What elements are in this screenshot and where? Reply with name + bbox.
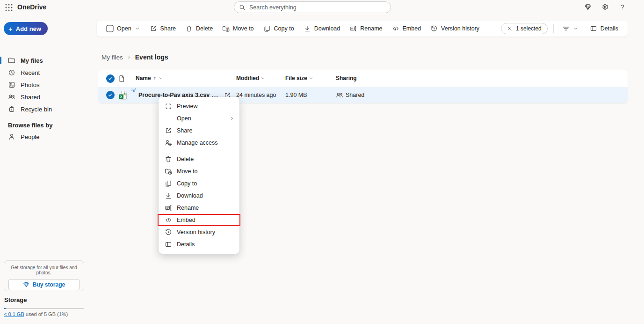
manage-access-icon	[165, 139, 172, 147]
top-bar: OneDrive ?	[0, 0, 644, 14]
rename-icon	[165, 204, 172, 212]
column-header-name[interactable]: Name	[136, 75, 163, 81]
embed-button[interactable]: Embed	[387, 21, 426, 37]
search-input[interactable]	[249, 4, 386, 11]
plus-icon: +	[8, 25, 13, 32]
folder-icon	[8, 57, 15, 64]
row-checkbox[interactable]	[106, 91, 115, 99]
chevron-down-icon	[260, 76, 265, 81]
menu-item-delete[interactable]: Delete	[159, 153, 239, 165]
chevron-down-icon	[309, 76, 313, 81]
search-box[interactable]	[234, 1, 391, 13]
context-menu: Preview Open Share Manage access Delete …	[159, 97, 239, 254]
column-header-modified[interactable]: Modified	[236, 75, 265, 81]
folder-move-icon	[165, 168, 172, 175]
sidebar-item-shared[interactable]: Shared	[0, 91, 92, 103]
selected-count: 1 selected	[516, 25, 542, 32]
share-button[interactable]: Share	[145, 21, 181, 37]
storage-usage-text: used of 5 GB (1%)	[26, 311, 68, 317]
menu-item-embed[interactable]: Embed	[159, 214, 239, 226]
storage-progress-bar	[4, 308, 84, 309]
storage-promo-card: Get storage for all your files and photo…	[4, 260, 84, 291]
svg-text:X: X	[120, 95, 122, 99]
select-all-checkbox[interactable]	[106, 74, 115, 83]
cursor-pointer-icon	[131, 88, 137, 94]
selected-indicator	[0, 57, 1, 64]
menu-item-copy-to[interactable]: Copy to	[159, 177, 239, 190]
breadcrumb-chevron-icon	[127, 55, 131, 59]
breadcrumb: My files Event logs	[101, 53, 168, 61]
move-to-button[interactable]: Move to	[217, 21, 258, 37]
clock-icon	[8, 69, 15, 76]
diamond-icon	[23, 281, 29, 288]
menu-item-open[interactable]: Open	[159, 112, 239, 125]
copy-icon	[263, 25, 271, 32]
image-icon	[8, 81, 15, 88]
file-sharing-status[interactable]: Shared	[336, 91, 364, 99]
toolbar-divider	[553, 24, 554, 33]
copy-to-button[interactable]: Copy to	[259, 21, 299, 37]
download-button[interactable]: Download	[299, 21, 345, 37]
sidebar-item-photos[interactable]: Photos	[0, 79, 92, 91]
app-launcher-icon[interactable]	[5, 3, 13, 12]
selection-pill[interactable]: 1 selected	[501, 23, 548, 34]
recycle-bin-icon	[8, 105, 15, 113]
sidebar-item-people[interactable]: People	[0, 131, 92, 143]
chevron-down-icon	[135, 26, 140, 31]
share-icon	[165, 127, 172, 134]
topbar-actions: ?	[584, 3, 626, 11]
sidebar-item-recycle-bin[interactable]: Recycle bin	[0, 103, 92, 115]
column-header-sharing[interactable]: Sharing	[336, 75, 357, 81]
download-icon	[165, 192, 172, 199]
details-button[interactable]: Details	[585, 21, 623, 37]
chevron-right-icon	[229, 116, 235, 121]
file-size: 1.90 MB	[285, 92, 307, 98]
version-history-button[interactable]: Version history	[426, 21, 484, 37]
storage-promo-text: Get storage for all your files and photo…	[8, 265, 80, 275]
open-button[interactable]: X Open	[101, 21, 145, 37]
menu-item-rename[interactable]: Rename	[159, 202, 239, 214]
storage-usage: < 0.1 GB used of 5 GB (1%)	[4, 311, 68, 317]
excel-csv-file-icon: a, X	[118, 90, 128, 100]
trash-icon	[165, 155, 172, 163]
sort-ascending-icon	[152, 76, 157, 81]
sort-button[interactable]	[559, 21, 581, 37]
code-embed-icon	[165, 216, 172, 224]
search-icon	[239, 4, 246, 11]
menu-item-move-to[interactable]: Move to	[159, 165, 239, 177]
menu-item-download[interactable]: Download	[159, 190, 239, 202]
shared-people-icon	[336, 91, 343, 99]
people-icon	[8, 93, 15, 101]
document-icon	[118, 75, 125, 82]
rename-icon	[349, 25, 357, 32]
details-pane-icon	[165, 241, 172, 248]
chevron-down-icon	[573, 26, 579, 31]
breadcrumb-current-folder: Event logs	[135, 53, 168, 61]
file-modified: 24 minutes ago	[236, 92, 276, 98]
buy-storage-button[interactable]: Buy storage	[8, 279, 80, 290]
command-toolbar: X Open Share Delete Move to Copy to Dow	[97, 21, 628, 37]
help-icon[interactable]: ?	[619, 3, 626, 11]
menu-item-details[interactable]: Details	[159, 238, 239, 250]
column-header-file-size[interactable]: File size	[285, 75, 313, 81]
file-list-header: Name Modified File size Sharing	[98, 70, 628, 87]
sidebar-item-recent[interactable]: Recent	[0, 66, 92, 79]
rename-button[interactable]: Rename	[345, 21, 387, 37]
add-new-button[interactable]: + Add new	[4, 22, 48, 35]
storage-used-link[interactable]: < 0.1 GB	[4, 311, 24, 317]
menu-item-manage-access[interactable]: Manage access	[159, 137, 239, 149]
menu-item-preview[interactable]: Preview	[159, 100, 239, 112]
dismiss-x-icon[interactable]	[507, 26, 513, 31]
menu-item-version-history[interactable]: Version history	[159, 226, 239, 238]
sidebar-item-my-files[interactable]: My files	[0, 54, 92, 66]
settings-gear-icon[interactable]	[601, 3, 609, 11]
delete-button[interactable]: Delete	[181, 21, 217, 37]
history-icon	[165, 228, 172, 236]
menu-item-share[interactable]: Share	[159, 125, 239, 137]
menu-divider	[159, 151, 239, 151]
premium-diamond-icon[interactable]	[584, 3, 592, 11]
copy-icon	[165, 180, 172, 187]
person-icon	[8, 133, 15, 140]
breadcrumb-my-files[interactable]: My files	[101, 54, 123, 61]
svg-text:a,: a,	[123, 92, 126, 96]
